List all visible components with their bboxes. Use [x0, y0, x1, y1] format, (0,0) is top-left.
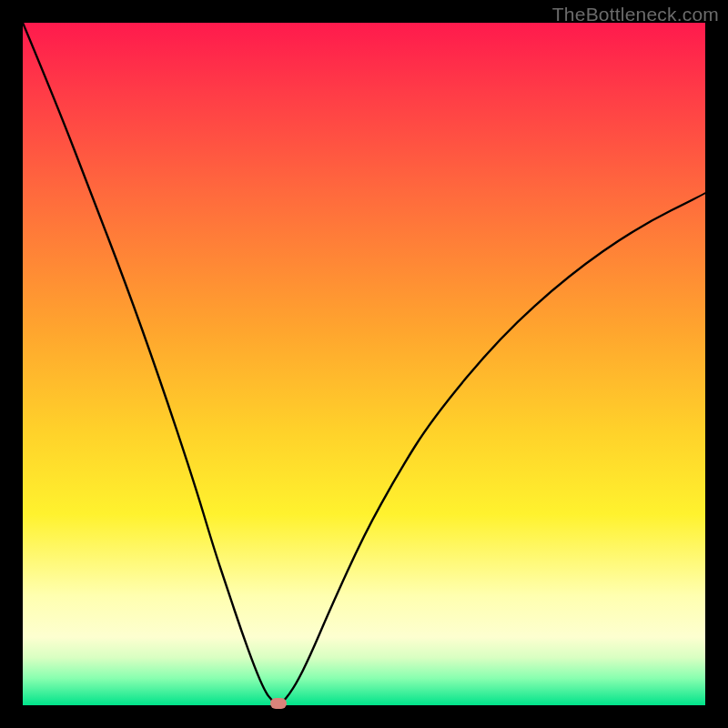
bottleneck-curve — [23, 23, 705, 705]
chart-frame: TheBottleneck.com — [0, 0, 728, 728]
plot-area — [23, 23, 705, 705]
optimum-marker — [270, 698, 287, 709]
